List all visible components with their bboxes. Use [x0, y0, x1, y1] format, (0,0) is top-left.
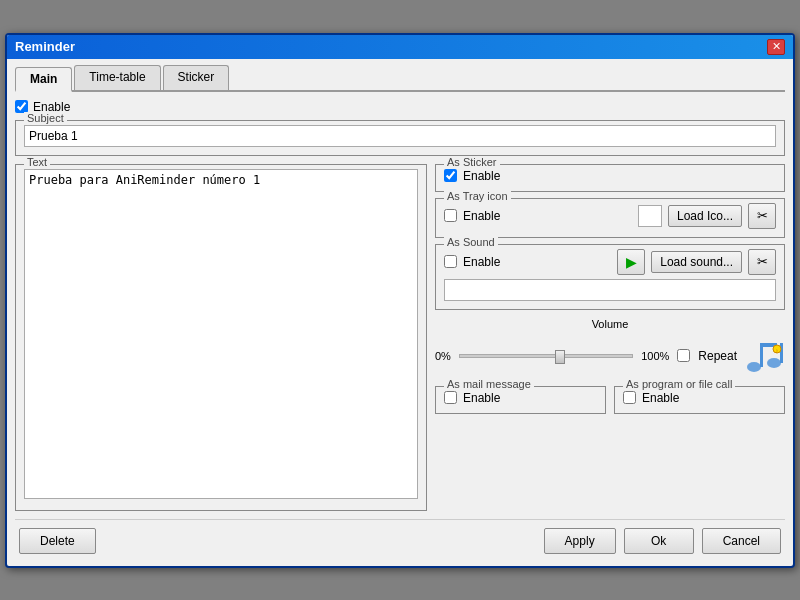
- as-sticker-enable-row: Enable: [444, 169, 776, 183]
- window-body: Main Time-table Sticker Enable Subject T…: [7, 59, 793, 566]
- play-sound-button[interactable]: ▶: [617, 249, 645, 275]
- svg-rect-4: [780, 343, 783, 363]
- enable-row: Enable: [15, 100, 785, 114]
- left-panel: Text: [15, 164, 427, 511]
- tray-scissors-button[interactable]: ✂: [748, 203, 776, 229]
- as-mail-checkbox[interactable]: [444, 391, 457, 404]
- sound-path-input[interactable]: [444, 279, 776, 301]
- bottom-groups: As mail message Enable As program or fil…: [435, 386, 785, 414]
- sound-scissors-icon: ✂: [757, 255, 768, 268]
- as-sound-legend: As Sound: [444, 236, 498, 248]
- scissors-icon: ✂: [757, 209, 768, 222]
- tray-icon-preview: [638, 205, 662, 227]
- as-sticker-legend: As Sticker: [444, 156, 500, 168]
- load-ico-button[interactable]: Load Ico...: [668, 205, 742, 227]
- subject-group: Subject: [15, 120, 785, 156]
- volume-row: 0% 100% Repeat: [435, 334, 785, 378]
- svg-text:♪: ♪: [775, 347, 779, 354]
- close-button[interactable]: ✕: [767, 39, 785, 55]
- play-icon: ▶: [626, 254, 637, 270]
- volume-track: [459, 354, 633, 358]
- as-sound-checkbox[interactable]: [444, 255, 457, 268]
- as-tray-group: As Tray icon Enable Load Ico... ✂: [435, 198, 785, 238]
- tab-sticker[interactable]: Sticker: [163, 65, 230, 90]
- subject-legend: Subject: [24, 112, 67, 124]
- apply-button[interactable]: Apply: [544, 528, 616, 554]
- ok-button[interactable]: Ok: [624, 528, 694, 554]
- as-sticker-group: As Sticker Enable: [435, 164, 785, 192]
- as-program-legend: As program or file call: [623, 378, 735, 390]
- as-tray-label: Enable: [463, 209, 500, 223]
- subject-input[interactable]: [24, 125, 776, 147]
- as-sound-group: As Sound Enable ▶ Load sound... ✂: [435, 244, 785, 310]
- volume-title: Volume: [435, 318, 785, 330]
- music-icon: ♪: [745, 338, 785, 374]
- as-mail-label: Enable: [463, 391, 500, 405]
- as-mail-group: As mail message Enable: [435, 386, 606, 414]
- as-sound-row: Enable ▶ Load sound... ✂: [444, 249, 776, 275]
- cancel-button[interactable]: Cancel: [702, 528, 781, 554]
- volume-thumb[interactable]: [555, 350, 565, 364]
- as-program-group: As program or file call Enable: [614, 386, 785, 414]
- text-group: Text: [15, 164, 427, 511]
- as-sticker-checkbox[interactable]: [444, 169, 457, 182]
- svg-point-1: [767, 358, 781, 368]
- right-panel: As Sticker Enable As Tray icon Enable Lo…: [435, 164, 785, 511]
- as-program-label: Enable: [642, 391, 679, 405]
- reminder-window: Reminder ✕ Main Time-table Sticker Enabl…: [5, 33, 795, 568]
- tab-main[interactable]: Main: [15, 67, 72, 92]
- text-legend: Text: [24, 156, 50, 168]
- footer-right: Apply Ok Cancel: [544, 528, 781, 554]
- tab-timetable[interactable]: Time-table: [74, 65, 160, 90]
- as-program-row: Enable: [623, 391, 776, 405]
- main-content: Text As Sticker Enable As Tray icon: [15, 164, 785, 511]
- volume-slider-container: [459, 346, 633, 366]
- footer: Delete Apply Ok Cancel: [15, 519, 785, 558]
- as-sound-label: Enable: [463, 255, 500, 269]
- repeat-checkbox[interactable]: [677, 349, 690, 362]
- volume-right-label: 100%: [641, 350, 669, 362]
- as-tray-row: Enable Load Ico... ✂: [444, 203, 776, 229]
- as-mail-legend: As mail message: [444, 378, 534, 390]
- as-mail-row: Enable: [444, 391, 597, 405]
- tab-bar: Main Time-table Sticker: [15, 65, 785, 92]
- volume-section: Volume 0% 100% Repeat: [435, 316, 785, 380]
- title-bar: Reminder ✕: [7, 35, 793, 59]
- as-tray-checkbox[interactable]: [444, 209, 457, 222]
- volume-left-label: 0%: [435, 350, 451, 362]
- delete-button[interactable]: Delete: [19, 528, 96, 554]
- load-sound-button[interactable]: Load sound...: [651, 251, 742, 273]
- text-input[interactable]: [24, 169, 418, 499]
- as-sticker-label: Enable: [463, 169, 500, 183]
- repeat-label: Repeat: [698, 349, 737, 363]
- window-title: Reminder: [15, 39, 75, 54]
- as-tray-legend: As Tray icon: [444, 190, 511, 202]
- sound-scissors-button[interactable]: ✂: [748, 249, 776, 275]
- as-program-checkbox[interactable]: [623, 391, 636, 404]
- svg-point-0: [747, 362, 761, 372]
